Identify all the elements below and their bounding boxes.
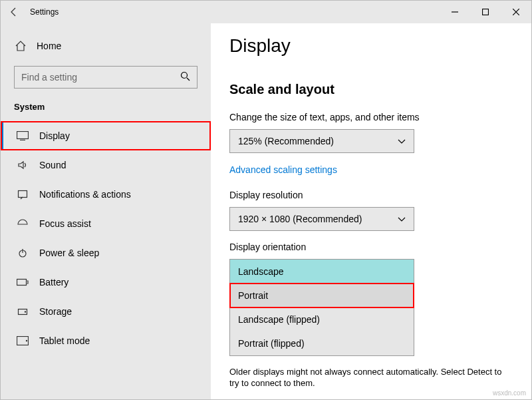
sidebar-home[interactable]: Home <box>1 39 211 66</box>
svg-rect-3 <box>19 191 27 198</box>
home-icon <box>14 39 27 53</box>
orientation-option-landscape-flipped[interactable]: Landscape (flipped) <box>230 307 414 331</box>
focus-icon <box>17 218 29 230</box>
search-box[interactable] <box>14 66 198 89</box>
resolution-dropdown[interactable]: 1920 × 1080 (Recommended) <box>229 207 414 231</box>
section-title: Scale and layout <box>229 82 511 97</box>
titlebar: Settings <box>1 1 531 23</box>
minimize-button[interactable] <box>440 1 470 23</box>
display-icon <box>17 130 29 142</box>
svg-point-1 <box>182 72 188 78</box>
sidebar-item-power[interactable]: Power & sleep <box>1 238 211 268</box>
search-icon <box>180 71 190 84</box>
sidebar-item-focus[interactable]: Focus assist <box>1 209 211 238</box>
storage-icon <box>17 305 29 317</box>
svg-point-7 <box>25 311 25 312</box>
sidebar-item-storage[interactable]: Storage <box>1 297 211 326</box>
sidebar-item-tablet[interactable]: Tablet mode <box>1 326 211 355</box>
watermark: wsxdn.com <box>493 389 526 397</box>
sidebar-item-label: Battery <box>39 277 68 288</box>
sidebar-item-label: Storage <box>39 306 72 317</box>
sidebar-home-label: Home <box>37 41 61 51</box>
chevron-down-icon <box>398 214 406 224</box>
sidebar-item-label: Sound <box>39 160 66 170</box>
sidebar-section-label: System <box>1 102 211 121</box>
notifications-icon <box>17 188 29 200</box>
maximize-button[interactable] <box>470 1 501 23</box>
sidebar-item-label: Focus assist <box>39 218 91 229</box>
close-button[interactable] <box>501 1 531 23</box>
resolution-label: Display resolution <box>229 190 511 200</box>
sidebar-item-label: Display <box>39 130 70 141</box>
sidebar-item-display[interactable]: Display <box>1 121 211 150</box>
main-content: Display Scale and layout Change the size… <box>211 23 531 400</box>
chevron-down-icon <box>398 136 406 146</box>
svg-rect-2 <box>17 132 29 139</box>
advanced-scaling-link[interactable]: Advanced scaling settings <box>229 164 337 175</box>
sidebar-item-notifications[interactable]: Notifications & actions <box>1 180 211 209</box>
orientation-option-portrait[interactable]: Portrait <box>230 284 414 307</box>
svg-point-9 <box>26 340 27 341</box>
battery-icon <box>17 276 29 288</box>
page-title: Display <box>229 35 511 57</box>
orientation-label: Display orientation <box>229 242 511 252</box>
scale-dropdown[interactable]: 125% (Recommended) <box>229 129 414 153</box>
detect-footnote: Older displays might not always connect … <box>229 367 511 389</box>
orientation-dropdown-list: Landscape Portrait Landscape (flipped) P… <box>229 259 414 356</box>
power-icon <box>17 247 29 259</box>
sidebar-item-label: Notifications & actions <box>39 189 131 200</box>
resolution-value: 1920 × 1080 (Recommended) <box>238 214 362 224</box>
scale-value: 125% (Recommended) <box>238 136 334 146</box>
sidebar-item-sound[interactable]: Sound <box>1 150 211 180</box>
sidebar-item-battery[interactable]: Battery <box>1 268 211 297</box>
search-input[interactable] <box>21 72 180 83</box>
svg-rect-5 <box>17 280 27 286</box>
sidebar-item-label: Power & sleep <box>39 248 99 258</box>
window-title: Settings <box>30 7 59 17</box>
sidebar: Home System Display Sound Notifications … <box>1 23 211 400</box>
svg-rect-0 <box>483 9 489 15</box>
tablet-icon <box>17 335 29 347</box>
sidebar-item-label: Tablet mode <box>39 335 90 346</box>
orientation-option-portrait-flipped[interactable]: Portrait (flipped) <box>230 331 414 355</box>
sound-icon <box>17 159 29 171</box>
orientation-option-landscape[interactable]: Landscape <box>230 260 414 284</box>
back-button[interactable] <box>1 1 27 23</box>
scale-label: Change the size of text, apps, and other… <box>229 112 511 122</box>
